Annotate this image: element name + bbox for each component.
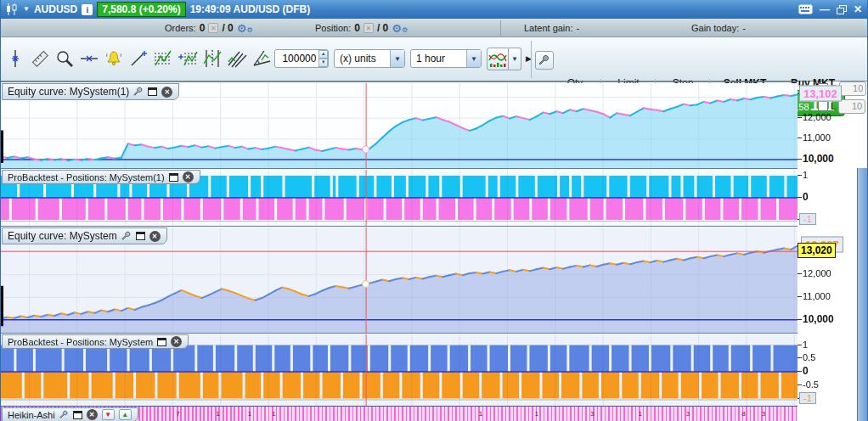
panel4-title: ProBacktest - Positions: MySystem xyxy=(8,337,153,347)
axis-tick xyxy=(798,159,802,160)
panel3-title: Equity curve: MySystem xyxy=(8,230,117,242)
panel2-header-tab: ProBacktest - Positions: MySystem(1) ✕ xyxy=(2,170,200,184)
panel5-header-tab: Heikin-Ashi ✕ ▼ ▲ xyxy=(2,407,138,421)
orders-label: Orders: xyxy=(165,23,196,33)
toolbar-separator xyxy=(531,41,532,78)
heikin-mark: 3 xyxy=(686,410,690,418)
latent-gain: Latent gain: - xyxy=(524,19,579,37)
horizontal-line-tool-icon[interactable] xyxy=(78,46,100,71)
info-icon[interactable]: i xyxy=(82,4,93,15)
timeframe-select[interactable]: 1 hour ▼ xyxy=(410,49,482,68)
trendline-tool-icon[interactable] xyxy=(127,46,149,71)
limit-checkbox[interactable] xyxy=(818,101,828,111)
panel3-header-tab: Equity curve: MySystem ✕ xyxy=(2,227,167,244)
axis-label: 1 xyxy=(803,170,808,180)
panel1-close-icon[interactable]: ✕ xyxy=(161,87,172,98)
axis-label: 0.5 xyxy=(803,352,815,362)
restore-button[interactable] xyxy=(837,5,847,14)
heikin-mark: 3 xyxy=(590,410,594,418)
limit-points-input[interactable] xyxy=(838,99,865,114)
crosshair-tool-icon[interactable] xyxy=(4,46,26,71)
panel1-maximize-icon[interactable] xyxy=(148,87,157,96)
zoom-tool-icon[interactable] xyxy=(54,46,76,71)
gain-today: Gain today: - xyxy=(691,19,746,37)
chart-style-control: ▼ xyxy=(487,48,521,70)
panel4-close-icon[interactable]: ✕ xyxy=(171,336,182,347)
panel2-maximize-icon[interactable] xyxy=(169,173,178,182)
heikin-mark: 1 xyxy=(248,410,251,418)
panel5-title: Heikin-Ashi xyxy=(8,410,55,420)
panel5-wrench-icon[interactable] xyxy=(59,410,69,419)
panel3-wrench-icon[interactable] xyxy=(121,231,132,241)
minimize-button[interactable]: — xyxy=(820,4,830,14)
quantity-input[interactable] xyxy=(275,50,318,67)
axis-tick xyxy=(798,197,802,198)
panel-heikin-ashi: Heikin-Ashi ✕ ▼ ▲ xyxy=(1,406,798,421)
panel2-title: ProBacktest - Positions: MySystem(1) xyxy=(8,172,165,182)
panel5-move-up-icon[interactable]: ▲ xyxy=(119,409,132,420)
fibonacci-projection-icon[interactable] xyxy=(177,46,199,71)
orders-status: Orders: 0 ✕ / 0 ⚙⚙ xyxy=(165,19,253,37)
chart-style-dropdown-arrow-icon[interactable]: ▼ xyxy=(509,48,521,70)
heikin-mark: 1 xyxy=(216,410,219,418)
panel3-close-icon[interactable]: ✕ xyxy=(149,231,161,242)
close-button[interactable]: ✕ xyxy=(854,4,862,14)
cursor-value-label: 13,020 xyxy=(798,243,836,258)
quantity-spinner: ▲▼ xyxy=(274,49,329,68)
axis-label: -1 xyxy=(799,213,816,225)
axis-label: 1 xyxy=(803,340,808,350)
ruler-tool-icon[interactable] xyxy=(29,46,51,71)
right-scroll-strip[interactable] xyxy=(857,168,868,421)
close-position-icon[interactable]: ✕ xyxy=(364,23,374,33)
panel1-header-tab: Equity curve: MySystem(1) ✕ xyxy=(2,83,179,100)
panel2-close-icon[interactable]: ✕ xyxy=(183,171,194,182)
stop-points-input[interactable] xyxy=(839,81,866,96)
cancel-orders-icon[interactable]: ✕ xyxy=(208,23,218,33)
keyboard-icon[interactable] xyxy=(798,4,813,14)
angle-tool-icon[interactable] xyxy=(251,46,273,71)
candlestick-chart-icon xyxy=(5,3,19,15)
orders-settings-gear-icon[interactable]: ⚙⚙ xyxy=(237,23,253,34)
trading-settings-wrench-icon[interactable] xyxy=(535,51,554,70)
heikin-mark: 1 xyxy=(479,410,482,418)
axis-label: -0.5 xyxy=(803,379,819,390)
panel1-wrench-icon[interactable] xyxy=(133,87,144,97)
latent-gain-label: Latent gain: xyxy=(524,23,573,33)
panel5-move-down-icon[interactable]: ▼ xyxy=(102,409,115,420)
units-select-value: (x) units xyxy=(340,53,376,65)
axis-tick xyxy=(798,138,802,138)
axis-label: 12,000 xyxy=(803,112,831,122)
trading-window: ▼ AUDUSD i 7,580.8 (+0.20%) 19:49:09 AUD… xyxy=(0,0,868,421)
orders-count: 0 xyxy=(200,22,206,34)
position-settings-gear-icon[interactable]: ⚙⚙ xyxy=(392,23,408,34)
instrument-symbol: AUDUSD xyxy=(34,3,77,15)
fibonacci-retracement-icon[interactable] xyxy=(152,46,174,71)
status-divider xyxy=(500,20,501,36)
panel5-close-icon[interactable]: ✕ xyxy=(87,409,98,420)
axis-label: 0 xyxy=(803,191,809,203)
axis-tick xyxy=(798,273,802,274)
chart-style-button[interactable] xyxy=(487,48,509,70)
timeframe-select-arrow-icon[interactable]: ▼ xyxy=(466,50,481,67)
panel4-maximize-icon[interactable] xyxy=(157,338,166,346)
units-select-arrow-icon[interactable]: ▼ xyxy=(390,50,404,67)
units-select[interactable]: (x) units ▼ xyxy=(334,49,405,68)
panel-positions-2: ProBacktest - Positions: MySystem ✕ xyxy=(1,333,798,406)
vertical-lines-tool-icon[interactable] xyxy=(201,46,223,71)
alert-bell-icon[interactable] xyxy=(103,46,125,71)
panel5-maximize-icon[interactable] xyxy=(73,411,82,419)
drawing-tools xyxy=(4,46,297,71)
axis-label: 11,000 xyxy=(803,291,831,301)
heikin-mark: 7 xyxy=(176,410,179,418)
axis-tick xyxy=(798,319,802,320)
panel-positions-1: ProBacktest - Positions: MySystem(1) ✕ xyxy=(1,168,798,226)
status-row: Orders: 0 ✕ / 0 ⚙⚙ Position: 0 ✕ / 0 ⚙⚙ … xyxy=(1,19,868,37)
parallel-lines-tool-icon[interactable] xyxy=(226,46,248,71)
instrument-dropdown-icon[interactable]: ▼ xyxy=(23,6,30,13)
axis-label: 11,000 xyxy=(803,132,831,143)
panel3-maximize-icon[interactable] xyxy=(136,232,145,240)
position-label: Position: xyxy=(315,23,351,33)
axis-tick xyxy=(798,385,802,385)
quantity-stepper[interactable]: ▲▼ xyxy=(318,50,328,67)
axis-label: 10,000 xyxy=(803,153,834,165)
